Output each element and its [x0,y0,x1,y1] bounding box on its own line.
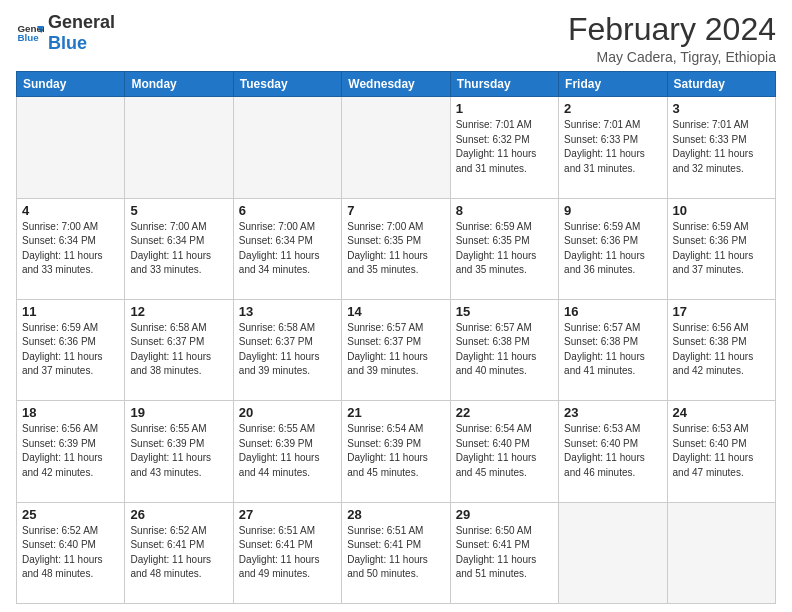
week-row-0: 1Sunrise: 7:01 AM Sunset: 6:32 PM Daylig… [17,97,776,198]
day-number: 26 [130,507,227,522]
table-cell: 7Sunrise: 7:00 AM Sunset: 6:35 PM Daylig… [342,198,450,299]
col-sunday: Sunday [17,72,125,97]
day-number: 22 [456,405,553,420]
table-cell: 4Sunrise: 7:00 AM Sunset: 6:34 PM Daylig… [17,198,125,299]
day-number: 4 [22,203,119,218]
table-cell: 24Sunrise: 6:53 AM Sunset: 6:40 PM Dayli… [667,401,775,502]
day-number: 23 [564,405,661,420]
day-number: 21 [347,405,444,420]
table-cell: 6Sunrise: 7:00 AM Sunset: 6:34 PM Daylig… [233,198,341,299]
table-cell: 26Sunrise: 6:52 AM Sunset: 6:41 PM Dayli… [125,502,233,603]
day-number: 8 [456,203,553,218]
day-info: Sunrise: 6:53 AM Sunset: 6:40 PM Dayligh… [564,422,661,480]
table-cell [17,97,125,198]
calendar-table: Sunday Monday Tuesday Wednesday Thursday… [16,71,776,604]
table-cell: 8Sunrise: 6:59 AM Sunset: 6:35 PM Daylig… [450,198,558,299]
table-cell: 20Sunrise: 6:55 AM Sunset: 6:39 PM Dayli… [233,401,341,502]
day-info: Sunrise: 6:57 AM Sunset: 6:37 PM Dayligh… [347,321,444,379]
table-cell [559,502,667,603]
day-info: Sunrise: 6:55 AM Sunset: 6:39 PM Dayligh… [239,422,336,480]
table-cell: 29Sunrise: 6:50 AM Sunset: 6:41 PM Dayli… [450,502,558,603]
day-number: 1 [456,101,553,116]
week-row-2: 11Sunrise: 6:59 AM Sunset: 6:36 PM Dayli… [17,299,776,400]
day-info: Sunrise: 6:52 AM Sunset: 6:40 PM Dayligh… [22,524,119,582]
col-friday: Friday [559,72,667,97]
day-number: 29 [456,507,553,522]
day-info: Sunrise: 6:58 AM Sunset: 6:37 PM Dayligh… [239,321,336,379]
day-number: 2 [564,101,661,116]
table-cell [233,97,341,198]
day-info: Sunrise: 6:54 AM Sunset: 6:39 PM Dayligh… [347,422,444,480]
table-cell: 28Sunrise: 6:51 AM Sunset: 6:41 PM Dayli… [342,502,450,603]
day-number: 7 [347,203,444,218]
table-cell: 22Sunrise: 6:54 AM Sunset: 6:40 PM Dayli… [450,401,558,502]
day-info: Sunrise: 6:59 AM Sunset: 6:36 PM Dayligh… [564,220,661,278]
table-cell [342,97,450,198]
table-cell: 2Sunrise: 7:01 AM Sunset: 6:33 PM Daylig… [559,97,667,198]
day-number: 11 [22,304,119,319]
col-thursday: Thursday [450,72,558,97]
table-cell: 18Sunrise: 6:56 AM Sunset: 6:39 PM Dayli… [17,401,125,502]
table-cell [125,97,233,198]
day-number: 9 [564,203,661,218]
header-right: February 2024 May Cadera, Tigray, Ethiop… [568,12,776,65]
table-cell: 15Sunrise: 6:57 AM Sunset: 6:38 PM Dayli… [450,299,558,400]
day-info: Sunrise: 6:56 AM Sunset: 6:39 PM Dayligh… [22,422,119,480]
table-cell: 12Sunrise: 6:58 AM Sunset: 6:37 PM Dayli… [125,299,233,400]
day-info: Sunrise: 6:59 AM Sunset: 6:35 PM Dayligh… [456,220,553,278]
top-header: General Blue General Blue February 2024 … [16,12,776,65]
week-row-1: 4Sunrise: 7:00 AM Sunset: 6:34 PM Daylig… [17,198,776,299]
day-info: Sunrise: 7:00 AM Sunset: 6:34 PM Dayligh… [130,220,227,278]
calendar-header-row: Sunday Monday Tuesday Wednesday Thursday… [17,72,776,97]
logo-text-blue: Blue [48,33,115,54]
day-number: 18 [22,405,119,420]
day-number: 17 [673,304,770,319]
table-cell: 1Sunrise: 7:01 AM Sunset: 6:32 PM Daylig… [450,97,558,198]
col-saturday: Saturday [667,72,775,97]
day-number: 6 [239,203,336,218]
day-info: Sunrise: 6:58 AM Sunset: 6:37 PM Dayligh… [130,321,227,379]
day-info: Sunrise: 7:00 AM Sunset: 6:34 PM Dayligh… [239,220,336,278]
table-cell [667,502,775,603]
day-number: 3 [673,101,770,116]
table-cell: 17Sunrise: 6:56 AM Sunset: 6:38 PM Dayli… [667,299,775,400]
day-number: 14 [347,304,444,319]
col-monday: Monday [125,72,233,97]
day-info: Sunrise: 6:57 AM Sunset: 6:38 PM Dayligh… [564,321,661,379]
table-cell: 10Sunrise: 6:59 AM Sunset: 6:36 PM Dayli… [667,198,775,299]
table-cell: 5Sunrise: 7:00 AM Sunset: 6:34 PM Daylig… [125,198,233,299]
col-tuesday: Tuesday [233,72,341,97]
day-number: 5 [130,203,227,218]
table-cell: 25Sunrise: 6:52 AM Sunset: 6:40 PM Dayli… [17,502,125,603]
day-number: 20 [239,405,336,420]
month-title: February 2024 [568,12,776,47]
day-info: Sunrise: 6:51 AM Sunset: 6:41 PM Dayligh… [347,524,444,582]
week-row-4: 25Sunrise: 6:52 AM Sunset: 6:40 PM Dayli… [17,502,776,603]
table-cell: 9Sunrise: 6:59 AM Sunset: 6:36 PM Daylig… [559,198,667,299]
table-cell: 27Sunrise: 6:51 AM Sunset: 6:41 PM Dayli… [233,502,341,603]
day-number: 16 [564,304,661,319]
day-number: 15 [456,304,553,319]
day-number: 28 [347,507,444,522]
week-row-3: 18Sunrise: 6:56 AM Sunset: 6:39 PM Dayli… [17,401,776,502]
day-number: 27 [239,507,336,522]
day-number: 19 [130,405,227,420]
table-cell: 13Sunrise: 6:58 AM Sunset: 6:37 PM Dayli… [233,299,341,400]
table-cell: 21Sunrise: 6:54 AM Sunset: 6:39 PM Dayli… [342,401,450,502]
day-info: Sunrise: 6:54 AM Sunset: 6:40 PM Dayligh… [456,422,553,480]
day-info: Sunrise: 6:52 AM Sunset: 6:41 PM Dayligh… [130,524,227,582]
day-info: Sunrise: 7:01 AM Sunset: 6:32 PM Dayligh… [456,118,553,176]
day-number: 24 [673,405,770,420]
svg-text:Blue: Blue [17,32,39,43]
page: General Blue General Blue February 2024 … [0,0,792,612]
day-number: 13 [239,304,336,319]
day-info: Sunrise: 6:53 AM Sunset: 6:40 PM Dayligh… [673,422,770,480]
day-number: 12 [130,304,227,319]
table-cell: 11Sunrise: 6:59 AM Sunset: 6:36 PM Dayli… [17,299,125,400]
day-info: Sunrise: 7:00 AM Sunset: 6:35 PM Dayligh… [347,220,444,278]
logo-icon: General Blue [16,19,44,47]
location: May Cadera, Tigray, Ethiopia [568,49,776,65]
day-info: Sunrise: 6:55 AM Sunset: 6:39 PM Dayligh… [130,422,227,480]
logo-text-general: General [48,12,115,33]
day-number: 25 [22,507,119,522]
